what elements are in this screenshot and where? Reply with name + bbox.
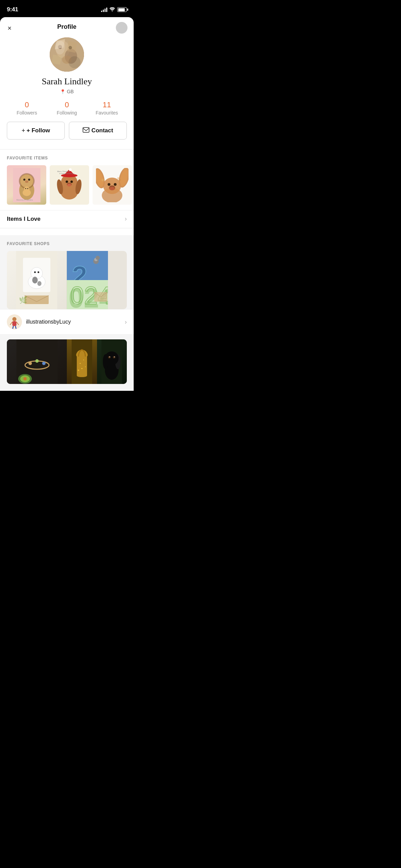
signal-bars-icon [101, 7, 107, 12]
user-location: 📍 GB [60, 89, 74, 94]
svg-text:🌿: 🌿 [19, 296, 27, 304]
svg-point-21 [25, 188, 26, 189]
envelope-icon [83, 127, 89, 134]
shop-2-banner [7, 339, 127, 384]
svg-point-0 [112, 11, 113, 12]
svg-point-56 [32, 277, 38, 284]
svg-point-4 [58, 45, 62, 49]
stats-row: 0 Followers 0 Following 11 Favourites [0, 100, 134, 116]
svg-point-90 [81, 368, 82, 369]
svg-text:Mummy ♥ Sandra: Mummy ♥ Sandra [16, 199, 33, 201]
svg-point-6 [62, 56, 72, 64]
svg-point-89 [83, 360, 84, 360]
favourite-items-header: FAVOURITE ITEMS [0, 149, 134, 165]
main-sheet: × Profile [0, 17, 134, 391]
svg-point-46 [114, 183, 117, 186]
favourite-item-3[interactable] [93, 165, 132, 205]
svg-point-20 [24, 186, 29, 192]
svg-point-33 [71, 180, 73, 183]
close-button[interactable]: × [6, 23, 13, 33]
chevron-right-icon: › [125, 215, 127, 222]
svg-point-57 [37, 281, 41, 286]
favourite-items-grid: Mummy ♥ Sandra [0, 165, 134, 210]
shop-2-image-right [97, 339, 127, 384]
svg-point-32 [66, 180, 68, 183]
user-profile-section: Sarah Lindley 📍 GB [0, 34, 134, 94]
svg-point-22 [27, 188, 28, 189]
svg-marker-8 [67, 41, 77, 53]
page-header: × Profile [0, 17, 134, 34]
shop-chevron-right-icon: › [125, 318, 127, 326]
favourites-label: Favourites [96, 110, 118, 116]
shop-1-banner: 🌿 2 2 024 024 [7, 251, 127, 309]
follow-label: + Follow [27, 127, 50, 134]
shop-1-name: illustrationsbyLucy [26, 319, 71, 325]
svg-point-81 [28, 362, 32, 365]
action-buttons: + + Follow Contact [0, 116, 134, 140]
following-stat: 0 Following [47, 100, 87, 116]
svg-point-45 [108, 183, 110, 186]
favourites-stat: 11 Favourites [87, 100, 127, 116]
svg-point-18 [25, 180, 28, 183]
svg-rect-60 [25, 296, 49, 304]
followers-label: Followers [16, 110, 37, 116]
svg-point-86 [23, 377, 27, 381]
shop-1-avatar [7, 314, 22, 329]
following-label: Following [57, 110, 77, 116]
favourite-item-1[interactable]: Mummy ♥ Sandra [7, 165, 46, 205]
svg-point-69 [96, 256, 100, 260]
shop-2-image-left [7, 339, 67, 384]
follow-button[interactable]: + + Follow [7, 122, 65, 140]
contact-label: Contact [92, 127, 113, 134]
status-time: 9:41 [7, 6, 18, 13]
page-title: Profile [57, 23, 76, 31]
svg-point-17 [28, 179, 30, 181]
favourites-count: 11 [102, 100, 111, 109]
svg-point-58 [34, 272, 36, 273]
svg-point-59 [38, 272, 39, 273]
wifi-icon [109, 7, 115, 12]
svg-point-35 [67, 184, 71, 186]
following-count: 0 [65, 100, 69, 109]
svg-point-88 [80, 363, 81, 364]
svg-marker-9 [51, 55, 62, 65]
followers-stat: 0 Followers [7, 100, 47, 116]
items-i-love-row[interactable]: Items I Love › [0, 210, 134, 228]
battery-icon [117, 7, 127, 12]
favourite-items-section: FAVOURITE ITEMS [0, 149, 134, 228]
favourite-item-2[interactable]: Merry Christmas to loooooooooong x [50, 165, 89, 205]
svg-rect-10 [83, 128, 89, 132]
svg-point-51 [101, 179, 104, 181]
svg-point-100 [109, 357, 110, 358]
svg-point-83 [42, 362, 46, 365]
shop-1-image-right: 2 2 024 024 [67, 251, 127, 309]
shop-1-info: illustrationsbyLucy [7, 314, 71, 329]
contact-button[interactable]: Contact [69, 122, 127, 140]
location-pin-icon: 📍 [60, 89, 65, 94]
svg-point-82 [35, 359, 39, 363]
svg-point-55 [31, 267, 42, 279]
svg-rect-74 [12, 321, 16, 326]
shop-1-link-row[interactable]: illustrationsbyLucy › [0, 309, 134, 335]
shop-1-image-left: 🌿 [7, 251, 67, 309]
svg-point-50 [119, 179, 121, 181]
svg-point-16 [23, 179, 25, 181]
avatar-image [50, 37, 84, 72]
items-i-love-label: Items I Love [7, 216, 40, 222]
svg-text:to loooooooooong x: to loooooooooong x [59, 172, 74, 174]
user-name: Sarah Lindley [42, 76, 92, 87]
avatar [50, 37, 84, 72]
status-bar: 9:41 [0, 0, 134, 17]
plus-icon: + [22, 127, 25, 134]
svg-point-49 [117, 177, 119, 179]
followers-count: 0 [25, 100, 29, 109]
favourite-shops-header: FAVOURITE SHOPS [0, 235, 134, 246]
svg-point-91 [85, 366, 86, 367]
favourite-shops-section: FAVOURITE SHOPS [0, 235, 134, 391]
status-icons [101, 7, 127, 12]
svg-point-97 [105, 351, 119, 365]
more-button[interactable] [116, 22, 127, 34]
shop-2-image-mid [67, 339, 97, 384]
svg-point-73 [12, 317, 16, 321]
location-text: GB [67, 89, 74, 94]
